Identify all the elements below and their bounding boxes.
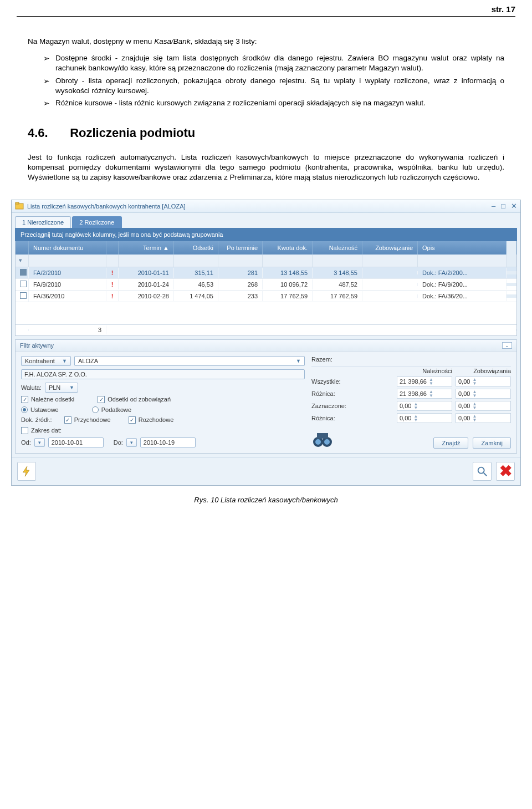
row-checkbox[interactable] bbox=[20, 281, 27, 287]
bottom-toolbar: ✖ bbox=[12, 457, 520, 485]
filter-zob[interactable] bbox=[362, 255, 418, 267]
binoculars-icon[interactable] bbox=[311, 429, 334, 451]
section-heading: 4.6. Rozliczenia podmiotu bbox=[28, 125, 504, 141]
zaznaczone-zob: 0,00▲▼ bbox=[456, 401, 511, 411]
tab-nierozliczone[interactable]: 1 Nierozliczone bbox=[15, 216, 71, 228]
zakres-dat-check[interactable]: Zakres dat: bbox=[21, 427, 62, 434]
zaznaczone-nal: 0,00▲▼ bbox=[397, 401, 452, 411]
col-opis[interactable]: Opis bbox=[418, 241, 507, 255]
waluta-label: Waluta: bbox=[21, 384, 42, 391]
table-row[interactable]: FA/36/2010 ! 2010-02-28 1 474,05 233 17 … bbox=[16, 291, 516, 302]
od-label: Od: bbox=[21, 439, 31, 446]
filter-nal[interactable] bbox=[313, 255, 362, 267]
table-row[interactable]: FA/2/2010 ! 2010-01-11 315,11 281 13 148… bbox=[16, 267, 516, 279]
minimize-icon[interactable]: – bbox=[492, 202, 495, 210]
chevron-down-icon[interactable]: ⌄ bbox=[502, 342, 512, 349]
waluta-combo[interactable]: PLN▼ bbox=[45, 383, 78, 393]
bullet-item: Dostępne środki - znajduje się tam lista… bbox=[43, 53, 504, 73]
col-termin[interactable]: Termin ▲ bbox=[119, 241, 174, 255]
filter-numer[interactable] bbox=[29, 255, 106, 267]
section-number: 4.6. bbox=[28, 125, 66, 141]
zamknij-button[interactable]: Zamknij bbox=[473, 437, 511, 449]
filter-kwota[interactable] bbox=[263, 255, 313, 267]
nalezne-odsetki-check[interactable]: ✓Należne odsetki bbox=[21, 396, 74, 403]
hdr-zobowiazania: Zobowiązania bbox=[452, 368, 511, 374]
filter-poterminie[interactable] bbox=[218, 255, 263, 267]
roznica2-zob: 0,00▲▼ bbox=[456, 413, 511, 423]
filter-icon[interactable]: ▾ bbox=[19, 257, 22, 264]
grid-header: Numer dokumentu Termin ▲ Odsetki Po term… bbox=[16, 241, 516, 255]
od-picker[interactable]: ▾ bbox=[34, 438, 45, 447]
window-title: Lista rozliczeń kasowych/bankowych kontr… bbox=[27, 203, 492, 210]
col-odsetki[interactable]: Odsetki bbox=[174, 241, 218, 255]
section-title: Rozliczenia podmiotu bbox=[70, 126, 195, 140]
row-checkbox[interactable] bbox=[20, 269, 27, 276]
col-scrollbar bbox=[507, 241, 516, 255]
titlebar: Lista rozliczeń kasowych/bankowych kontr… bbox=[12, 200, 520, 213]
page-number: str. 17 bbox=[492, 4, 515, 14]
filter-termin[interactable] bbox=[119, 255, 174, 267]
dok-zrodl-label: Dok. źródł.: bbox=[21, 416, 52, 423]
svg-rect-1 bbox=[16, 202, 19, 204]
kontrahent-name: F.H. ALOZA SP. Z O.O. bbox=[21, 369, 305, 379]
roznica2-nal: 0,00▲▼ bbox=[397, 413, 452, 423]
col-flag[interactable] bbox=[106, 241, 119, 255]
do-date[interactable]: 2010-10-19 bbox=[140, 437, 196, 447]
table-row[interactable]: FA/9/2010 ! 2010-01-24 46,53 268 10 096,… bbox=[16, 279, 516, 291]
kontrahent-combo[interactable]: Kontrahent▼ bbox=[21, 356, 71, 366]
do-picker[interactable]: ▾ bbox=[126, 438, 137, 447]
warning-icon: ! bbox=[111, 269, 114, 276]
intro-paragraph: Na Magazyn walut, dostępny w menu Kasa/B… bbox=[28, 37, 504, 47]
bullet-item: Różnice kursowe - lista różnic kursowych… bbox=[43, 98, 504, 108]
col-numer[interactable]: Numer dokumentu bbox=[29, 241, 106, 255]
razem-label: Razem: bbox=[311, 356, 332, 363]
col-poterminie[interactable]: Po terminie bbox=[218, 241, 263, 255]
grid-sum-row: 3 bbox=[16, 324, 516, 335]
magnifier-icon[interactable] bbox=[473, 462, 492, 481]
col-naleznosc[interactable]: Należność bbox=[313, 241, 362, 255]
warning-icon: ! bbox=[111, 293, 114, 299]
col-checkbox[interactable] bbox=[16, 241, 29, 255]
odsetki-zob-check[interactable]: ✓Odsetki od zobowiązań bbox=[98, 396, 171, 403]
bullet-item: Obroty - lista operacji rozliczonych, po… bbox=[43, 76, 504, 96]
summary-grid: Należności Zobowiązania Wszystkie: 21 39… bbox=[311, 366, 511, 424]
lightning-icon[interactable] bbox=[17, 462, 36, 481]
col-kwota[interactable]: Kwota dok. bbox=[263, 241, 313, 255]
col-zobowiazanie[interactable]: Zobowiązanie bbox=[362, 241, 418, 255]
rozchodowe-check[interactable]: ✓Rozchodowe bbox=[129, 416, 174, 424]
wszystkie-zob: 0,00▲▼ bbox=[456, 376, 511, 386]
close-button[interactable]: ✖ bbox=[496, 462, 515, 481]
kontrahent-value[interactable]: ALOZA▼ bbox=[74, 356, 305, 366]
close-icon[interactable]: ✕ bbox=[511, 202, 517, 210]
filter-odsetki[interactable] bbox=[174, 255, 218, 267]
app-window: Lista rozliczeń kasowych/bankowych kontr… bbox=[11, 200, 521, 486]
group-by-bar[interactable]: Przeciągnij tutaj nagłówek kolumny, jeśl… bbox=[15, 228, 517, 241]
figure-caption: Rys. 10 Lista rozliczeń kasowych/bankowy… bbox=[0, 496, 532, 504]
bullet-list: Dostępne środki - znajduje się tam lista… bbox=[43, 53, 504, 108]
row-checkbox[interactable] bbox=[20, 292, 27, 299]
podatkowe-radio[interactable]: Podatkowe bbox=[92, 406, 131, 413]
filter-opis[interactable] bbox=[418, 255, 507, 267]
roznica1-zob: 0,00▲▼ bbox=[456, 389, 511, 399]
warning-icon: ! bbox=[111, 281, 114, 288]
svg-point-5 bbox=[324, 439, 330, 445]
tab-rozliczone[interactable]: 2 Rozliczone bbox=[72, 216, 122, 228]
document-body: Na Magazyn walut, dostępny w menu Kasa/B… bbox=[0, 19, 532, 183]
grid-filter-row: ▾ bbox=[16, 255, 516, 267]
znajdz-button[interactable]: Znajdź bbox=[433, 437, 468, 449]
maximize-icon[interactable]: □ bbox=[501, 202, 505, 210]
svg-rect-6 bbox=[317, 433, 328, 439]
svg-line-8 bbox=[484, 472, 487, 476]
hdr-naleznosci: Należności bbox=[397, 368, 452, 374]
body-paragraph: Jest to funkcja rozliczeń automatycznych… bbox=[28, 152, 504, 183]
roznica1-nal: 21 398,66▲▼ bbox=[397, 389, 452, 399]
data-grid: Numer dokumentu Termin ▲ Odsetki Po term… bbox=[15, 241, 517, 336]
przychodowe-check[interactable]: ✓Przychodowe bbox=[64, 416, 111, 424]
od-date[interactable]: 2010-10-01 bbox=[48, 437, 104, 447]
filter-panel-header[interactable]: Filtr aktywny ⌄ bbox=[16, 340, 516, 352]
page-header: str. 17 bbox=[0, 0, 532, 19]
tabs-row: 1 Nierozliczone 2 Rozliczone bbox=[12, 213, 520, 228]
ustawowe-radio[interactable]: Ustawowe bbox=[21, 406, 59, 413]
wszystkie-nal: 21 398,66▲▼ bbox=[397, 376, 452, 386]
svg-point-7 bbox=[478, 467, 484, 473]
